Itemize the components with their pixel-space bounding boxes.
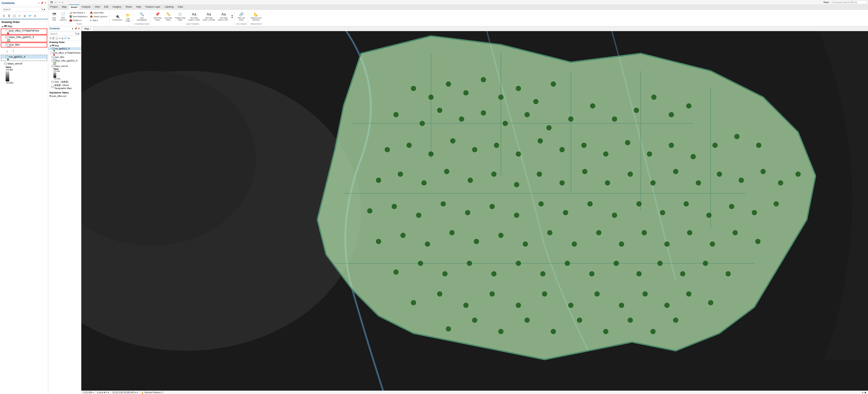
inner-minimize-icon[interactable]: ∨ [72, 27, 73, 30]
tab-data[interactable]: Data [176, 5, 185, 9]
grid-btn[interactable]: ⊞ [23, 14, 27, 18]
list-view-btn[interactable]: ☰ [2, 14, 6, 18]
tab-analysis[interactable]: Analysis [80, 5, 93, 9]
tab-help[interactable]: Help [134, 5, 144, 9]
tab-view[interactable]: View [93, 5, 102, 9]
inner-topographic-layer[interactable]: ✓ 地形図（World Topographic Map） [48, 84, 81, 90]
undo-btn[interactable]: ↩ [54, 1, 57, 4]
pan-btn[interactable]: ✚ [104, 391, 105, 394]
polygon-map-notes-btn[interactable]: ⬡ Polygon MapNotes [174, 11, 187, 22]
map-group[interactable]: ◀ 🗺 Map [0, 24, 48, 28]
inner-grid-btn[interactable]: ⊞ [61, 37, 63, 40]
import-layout-btn[interactable]: 📥 Import Layout ▾ [89, 15, 108, 18]
redo-btn[interactable]: ↪ [58, 1, 61, 4]
river-layer[interactable]: ✓ river_9kei [1, 43, 47, 47]
pause-btn[interactable]: ⏸ ⏹ [862, 391, 866, 394]
inner-cvs-checkbox[interactable]: ✓ [52, 48, 54, 50]
minimize-icon[interactable]: ∨ [38, 2, 40, 4]
srtm-layer[interactable]: ✓ tokyo_srtm.tif [0, 62, 48, 65]
tokyo-23ku-layer[interactable]: ✓ tokyo_23ku_jgd2011_9 [1, 35, 47, 39]
inner-edit-btn[interactable]: ✏ [59, 37, 61, 40]
inner-csv-table[interactable]: ⊞ post_office.csv [48, 94, 81, 97]
new-notebook-btn[interactable]: 📓 New Notebook ▾ [68, 15, 88, 18]
scale-dropdown[interactable]: ▾ [93, 391, 94, 394]
toolbox-btn[interactable]: 🧰 Toolbox ▾ [68, 19, 88, 22]
srtm-checkbox[interactable]: ✓ [4, 62, 7, 65]
text-1000-btn[interactable]: Aa Text MapNotes 1:1,000 [187, 11, 201, 22]
inner-river-checkbox[interactable]: ✓ [52, 56, 54, 58]
more-quick-btn[interactable]: ▾ [61, 1, 64, 4]
inner-filter-btn[interactable]: ⬜ [55, 37, 58, 40]
inner-tokyo-layer[interactable]: ✓ tokyo_23ku_jgd2011_9 [48, 59, 81, 62]
new-investigation-btn[interactable]: 🔍 NewInvestigation [135, 11, 148, 22]
inner-search-bar[interactable]: 🔍 ▾ [50, 32, 80, 36]
inner-river-layer[interactable]: ✓ river_9kei [48, 56, 81, 58]
map-tab-close[interactable]: ✕ [90, 28, 91, 30]
left-search-input[interactable] [3, 8, 41, 11]
tab-imagery[interactable]: Imagery [111, 5, 124, 9]
tab-map[interactable]: Map [60, 5, 69, 9]
inner-chizu-checkbox[interactable]: ✓ [52, 81, 54, 83]
inner-search-input[interactable] [51, 33, 75, 35]
dropdown-icon[interactable]: ▾ [44, 8, 45, 11]
tab-edit[interactable]: Edit [102, 5, 111, 9]
inner-cvs-layer[interactable]: ✓ cvs_jgd2011_9 [48, 47, 81, 50]
river-checkbox[interactable]: ✓ [6, 43, 8, 46]
inner-tokyo-checkbox[interactable]: ✓ [52, 59, 54, 62]
inner-srtm-checkbox[interactable]: ✓ [52, 65, 54, 67]
pin-icon[interactable]: 📌 [40, 2, 43, 4]
layer-templates-scroll[interactable]: ▲ ▼ [231, 14, 233, 19]
full-extent-btn[interactable]: ⊡ [97, 391, 99, 394]
edit-btn[interactable]: ✏ [17, 14, 22, 18]
inner-more-btn[interactable]: ⚙ [68, 37, 70, 40]
new-report-btn[interactable]: 📊 New Report ▾ [68, 11, 88, 14]
text-1250-btn[interactable]: Aa Text MapNotes 1:250... [217, 11, 230, 22]
tokyo-23ku-checkbox[interactable]: ✓ [6, 36, 8, 38]
zoom-in-btn[interactable]: ⊞ [99, 391, 101, 394]
new-layout-btn[interactable]: 📄 NewLayout ▾ [58, 11, 68, 22]
save-btn[interactable]: 💾 [50, 1, 54, 4]
task-btn[interactable]: ✔ Task ▾ [89, 19, 108, 22]
inner-search-dropdown[interactable]: ▾ [78, 32, 79, 35]
tab-insert[interactable]: Insert [69, 5, 80, 9]
rotate-btn[interactable]: ↻ [106, 391, 107, 394]
inner-list-btn[interactable]: ☰ [50, 37, 52, 40]
inner-srtm-layer[interactable]: ✓ tokyo_srtm.tif [48, 65, 81, 67]
filter-btn[interactable]: ⬜ [12, 14, 17, 18]
inner-close-icon[interactable]: ✕ [78, 27, 80, 30]
new-link-chart-btn[interactable]: 🔗 New LinkChart [237, 11, 246, 22]
inner-topo-checkbox[interactable]: ✓ [51, 86, 54, 88]
style-btn[interactable]: 💎 [28, 14, 32, 18]
add-folder-btn[interactable]: 📁 AddFolder [124, 12, 132, 23]
cvs-layer[interactable]: cvs_jgd2011_9 [1, 55, 47, 59]
distance-direction-btn[interactable]: 📐 Distance andDirection [250, 11, 263, 22]
connections-btn[interactable]: 🔌 Connections [111, 13, 124, 22]
inner-db-btn[interactable]: 🗄 [52, 37, 55, 40]
left-search-bar[interactable]: 🔍 ▾ [2, 7, 46, 12]
tab-feature-layer[interactable]: Feature Layer [144, 5, 163, 9]
post-office-layer[interactable]: post_office_XYTableToPoint [1, 29, 47, 33]
inner-pin-icon[interactable]: 📌 [74, 27, 77, 30]
command-search-input[interactable] [830, 0, 866, 4]
text-25000-btn[interactable]: Aa Text MapNotes 1:25,000 [202, 11, 216, 22]
tab-labeling[interactable]: Labeling [162, 5, 176, 9]
new-map-btn[interactable]: 🗺 NewMap [51, 11, 58, 22]
cvs-checkbox[interactable] [6, 56, 8, 58]
line-map-notes-btn[interactable]: 📏 Line MapNotes [163, 11, 173, 22]
point-map-notes-btn[interactable]: 📌 Point MapNotes [152, 11, 163, 22]
inner-post-checkbox[interactable] [50, 52, 53, 54]
database-btn[interactable]: 🗄 [7, 14, 11, 18]
inner-post-layer[interactable]: post_office_XYTableToPoint [48, 52, 81, 54]
close-icon[interactable]: ✕ [44, 2, 46, 4]
map-tab[interactable]: Map ✕ [82, 26, 94, 31]
scale-item[interactable]: 1:212,309 ▾ [83, 391, 94, 394]
zoom-out-btn[interactable]: ⊟ [101, 391, 103, 394]
inner-chizu-layer[interactable]: ✓ 注記（地形図） [48, 80, 81, 84]
inner-map-group[interactable]: ◀ 🗺 Map [48, 44, 81, 47]
tab-project[interactable]: Project [48, 5, 60, 9]
coords-dropdown[interactable]: ▾ [137, 391, 138, 394]
nav-dropdown[interactable]: ▾ [108, 391, 109, 394]
tab-share[interactable]: Share [124, 5, 134, 9]
import-map-btn[interactable]: 📥 Import Map [89, 11, 108, 14]
map-view[interactable] [81, 31, 868, 391]
